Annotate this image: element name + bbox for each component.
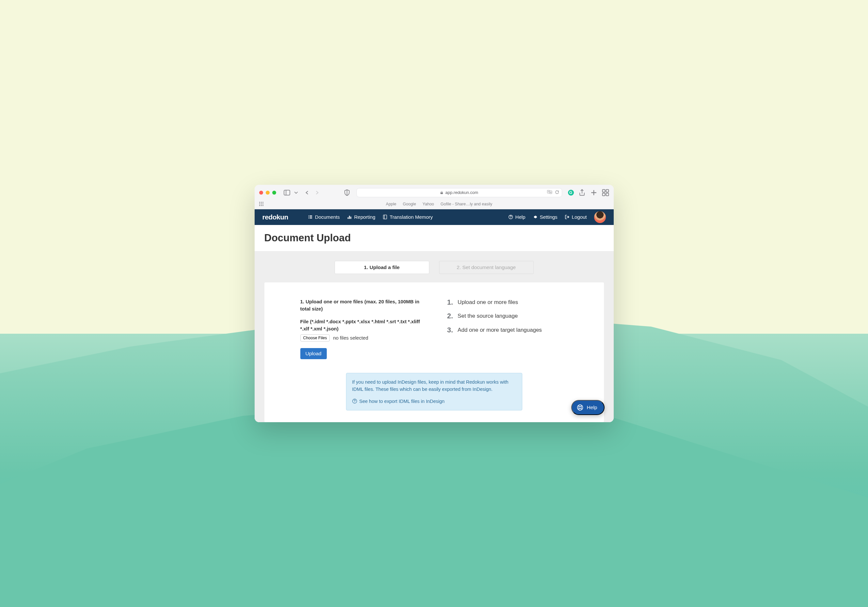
nav-help[interactable]: Help bbox=[508, 214, 525, 220]
gear-icon bbox=[532, 214, 537, 219]
content-area: 1. Upload a file 2. Set document languag… bbox=[255, 251, 614, 422]
step-item: 1.Upload one or more files bbox=[447, 298, 568, 307]
choose-files-button[interactable]: Choose Files bbox=[300, 334, 330, 342]
tabs-overview-icon[interactable] bbox=[602, 189, 609, 196]
file-types-label: File (*.idml *.docx *.pptx *.xlsx *.html… bbox=[300, 318, 421, 332]
nav-reporting[interactable]: Reporting bbox=[347, 214, 375, 220]
brand-logo[interactable]: redokun bbox=[262, 213, 288, 221]
help-fab[interactable]: Help bbox=[571, 400, 604, 415]
svg-rect-7 bbox=[602, 193, 605, 196]
share-icon[interactable] bbox=[578, 189, 586, 196]
bookmark-yahoo[interactable]: Yahoo bbox=[422, 202, 434, 206]
nav-documents[interactable]: Documents bbox=[308, 214, 340, 220]
logout-icon bbox=[565, 214, 570, 219]
nav-logout[interactable]: Logout bbox=[565, 214, 587, 220]
nav-translation-memory[interactable]: Translation Memory bbox=[383, 214, 433, 220]
minimize-icon[interactable] bbox=[266, 191, 270, 195]
main-nav: Documents Reporting Translation Memory bbox=[308, 214, 433, 220]
bookmarks-list: Apple Google Yahoo Gofile - Share…ly and… bbox=[386, 202, 492, 206]
file-status-text: no files selected bbox=[333, 335, 368, 340]
svg-rect-0 bbox=[284, 190, 290, 195]
lock-icon bbox=[440, 191, 443, 194]
question-circle-icon bbox=[352, 399, 357, 404]
privacy-shield-icon[interactable] bbox=[343, 189, 350, 196]
grammarly-icon[interactable]: G bbox=[568, 190, 574, 196]
step-item: 2.Set the source language bbox=[447, 312, 568, 320]
list-icon bbox=[308, 214, 313, 219]
lifebuoy-icon bbox=[577, 404, 584, 411]
url-bar[interactable]: app.redokun.com bbox=[356, 188, 562, 197]
close-icon[interactable] bbox=[259, 191, 263, 195]
wizard-tabs: 1. Upload a file 2. Set document languag… bbox=[255, 261, 614, 274]
maximize-icon[interactable] bbox=[272, 191, 276, 195]
svg-rect-8 bbox=[606, 193, 609, 196]
app-header: redokun Documents Reporting Translation … bbox=[255, 209, 614, 225]
notebook-icon bbox=[383, 214, 388, 219]
upload-heading: 1. Upload one or more files (max. 20 fil… bbox=[300, 298, 421, 312]
svg-rect-6 bbox=[606, 189, 609, 192]
traffic-lights bbox=[259, 191, 276, 195]
reload-icon[interactable] bbox=[555, 190, 559, 196]
sidebar-toggle-icon[interactable] bbox=[284, 189, 290, 196]
apps-grid-icon[interactable] bbox=[259, 202, 264, 206]
translate-icon[interactable] bbox=[547, 190, 552, 196]
chart-bar-icon bbox=[347, 214, 352, 219]
upload-card: 1. Upload one or more files (max. 20 fil… bbox=[264, 283, 604, 422]
browser-window: app.redokun.com G bbox=[255, 185, 614, 422]
svg-point-14 bbox=[579, 407, 581, 409]
info-box: If you need to upload InDesign files, ke… bbox=[346, 373, 522, 410]
upload-button[interactable]: Upload bbox=[300, 348, 327, 359]
info-link[interactable]: See how to export IDML files in InDesign bbox=[352, 398, 516, 405]
steps-list: 1.Upload one or more files 2.Set the sou… bbox=[447, 298, 568, 334]
chevron-down-icon[interactable] bbox=[294, 189, 298, 196]
avatar[interactable] bbox=[594, 211, 606, 223]
bookmark-google[interactable]: Google bbox=[403, 202, 416, 206]
bookmark-gofile[interactable]: Gofile - Share…ly and easily bbox=[441, 202, 492, 206]
forward-button[interactable] bbox=[313, 189, 321, 196]
back-button[interactable] bbox=[304, 189, 311, 196]
new-tab-icon[interactable] bbox=[590, 189, 597, 196]
url-text: app.redokun.com bbox=[440, 190, 478, 195]
browser-chrome: app.redokun.com G bbox=[255, 185, 614, 209]
svg-line-15 bbox=[578, 405, 579, 407]
nav-settings[interactable]: Settings bbox=[532, 214, 557, 220]
wizard-tab-language: 2. Set document language bbox=[439, 261, 534, 274]
svg-rect-5 bbox=[602, 189, 605, 192]
info-text: If you need to upload InDesign files, ke… bbox=[352, 379, 516, 393]
step-item: 3.Add one or more target languages bbox=[447, 326, 568, 334]
page-title-bar: Document Upload bbox=[255, 225, 614, 251]
svg-line-17 bbox=[578, 408, 579, 410]
wizard-tab-upload[interactable]: 1. Upload a file bbox=[335, 261, 429, 274]
page-title: Document Upload bbox=[264, 232, 604, 244]
svg-line-18 bbox=[581, 408, 582, 410]
bookmark-apple[interactable]: Apple bbox=[386, 202, 396, 206]
svg-rect-9 bbox=[383, 215, 386, 219]
question-circle-icon bbox=[508, 214, 513, 219]
svg-line-16 bbox=[581, 405, 582, 407]
